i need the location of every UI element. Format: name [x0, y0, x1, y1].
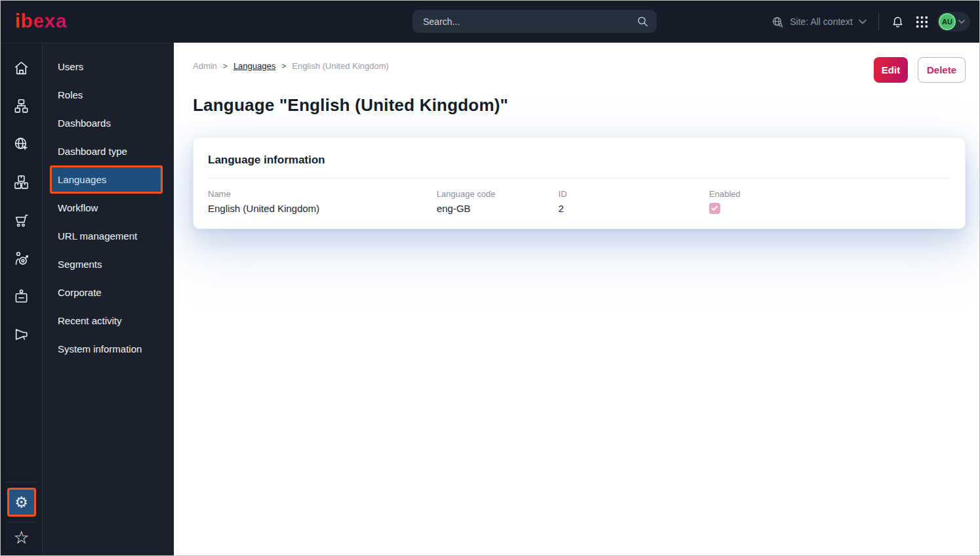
rail-item-site[interactable] — [3, 125, 41, 163]
field-grid: Name English (United Kingdom) Language c… — [208, 179, 950, 214]
field-name: Name English (United Kingdom) — [208, 189, 437, 214]
sidebar-item-users[interactable]: Users — [43, 53, 174, 81]
breadcrumb-current: English (United Kingdom) — [292, 61, 388, 71]
rail-item-content-structure[interactable] — [3, 87, 41, 125]
search-icon[interactable] — [637, 16, 649, 28]
sidebar-item-url-management[interactable]: URL management — [43, 222, 174, 250]
top-bar: ibexa Site: All context — [1, 1, 979, 43]
rail-divider — [7, 522, 36, 523]
card-title: Language information — [208, 154, 950, 167]
rail-item-personalization[interactable] — [3, 239, 41, 277]
sidebar-item-corporate[interactable]: Corporate — [43, 278, 174, 307]
sidebar-item-dashboards[interactable]: Dashboards — [43, 109, 174, 137]
chevron-down-icon — [859, 19, 867, 24]
field-id: ID 2 — [558, 189, 709, 214]
rail-divider — [6, 482, 37, 482]
breadcrumb: Admin > Languages > English (United King… — [193, 61, 389, 71]
person-target-icon — [13, 250, 30, 267]
rail-bottom-cluster: ⚙ ☆ — [6, 482, 37, 546]
field-label: Name — [208, 189, 437, 199]
field-label: Language code — [437, 189, 559, 199]
breadcrumb-admin: Admin — [193, 61, 217, 71]
field-language-code: Language code eng-GB — [437, 189, 559, 214]
admin-sidebar: Users Roles Dashboards Dashboard type La… — [43, 43, 174, 555]
field-label: ID — [558, 189, 709, 199]
home-icon — [13, 60, 30, 76]
rail-item-marketing[interactable] — [3, 315, 41, 353]
avatar[interactable]: AU — [939, 13, 956, 30]
rail-item-products[interactable] — [3, 163, 41, 201]
enabled-checkbox — [709, 203, 720, 214]
chevron-down-icon — [958, 19, 965, 24]
rail-item-commerce[interactable] — [3, 201, 41, 239]
cart-icon — [13, 212, 30, 228]
global-search[interactable] — [413, 10, 657, 33]
star-icon: ☆ — [13, 527, 29, 547]
notifications-button[interactable] — [891, 15, 905, 29]
sidebar-item-languages[interactable]: Languages — [50, 165, 163, 194]
search-input[interactable] — [423, 16, 637, 27]
field-value: English (United Kingdom) — [208, 203, 437, 214]
content-header: Admin > Languages > English (United King… — [193, 57, 966, 83]
field-value: 2 — [558, 203, 709, 214]
site-globe-icon — [771, 16, 784, 28]
page-title: Language "English (United Kingdom)" — [193, 95, 966, 116]
breadcrumb-languages-link[interactable]: Languages — [234, 61, 276, 71]
language-information-card: Language information Name English (Unite… — [193, 137, 966, 229]
topbar-divider — [878, 13, 879, 30]
topbar-right-cluster: Site: All context A — [771, 1, 970, 43]
globe-cursor-icon — [13, 136, 30, 152]
check-icon — [711, 205, 718, 211]
bell-icon — [891, 15, 905, 29]
field-label: Enabled — [709, 189, 950, 199]
boxes-icon — [13, 174, 30, 190]
breadcrumb-separator: > — [223, 62, 228, 71]
megaphone-icon — [13, 326, 30, 343]
header-actions: Edit Delete — [874, 57, 966, 83]
app-switcher-button[interactable] — [916, 16, 928, 28]
user-menu[interactable]: AU — [937, 12, 970, 32]
gear-icon: ⚙ — [14, 495, 28, 510]
ibexa-logo[interactable]: ibexa — [15, 10, 67, 32]
site-context-label: Site: All context — [790, 16, 853, 27]
field-enabled: Enabled — [709, 189, 950, 214]
edit-button[interactable]: Edit — [874, 57, 908, 83]
grid-icon — [916, 16, 928, 28]
sidebar-item-roles[interactable]: Roles — [43, 81, 174, 109]
field-value: eng-GB — [437, 203, 559, 214]
icon-rail: ⚙ ☆ — [1, 43, 43, 555]
content-area: Admin > Languages > English (United King… — [174, 43, 979, 555]
rail-item-corporate[interactable] — [3, 277, 41, 315]
breadcrumb-separator: > — [281, 62, 286, 71]
site-context-dropdown[interactable]: Site: All context — [771, 16, 867, 28]
rail-item-home[interactable] — [3, 49, 41, 87]
delete-button[interactable]: Delete — [918, 57, 966, 83]
sidebar-item-recent-activity[interactable]: Recent activity — [43, 307, 174, 335]
rail-item-settings-active[interactable]: ⚙ — [7, 488, 36, 517]
sidebar-item-system-information[interactable]: System information — [43, 335, 174, 363]
content-tree-icon — [13, 98, 30, 114]
id-badge-icon — [13, 288, 30, 305]
sidebar-item-segments[interactable]: Segments — [43, 250, 174, 278]
app-window: ibexa Site: All context — [0, 0, 980, 556]
sidebar-item-workflow[interactable]: Workflow — [43, 194, 174, 222]
sidebar-item-dashboard-type[interactable]: Dashboard type — [43, 137, 174, 165]
rail-item-bookmarks[interactable]: ☆ — [13, 528, 29, 546]
